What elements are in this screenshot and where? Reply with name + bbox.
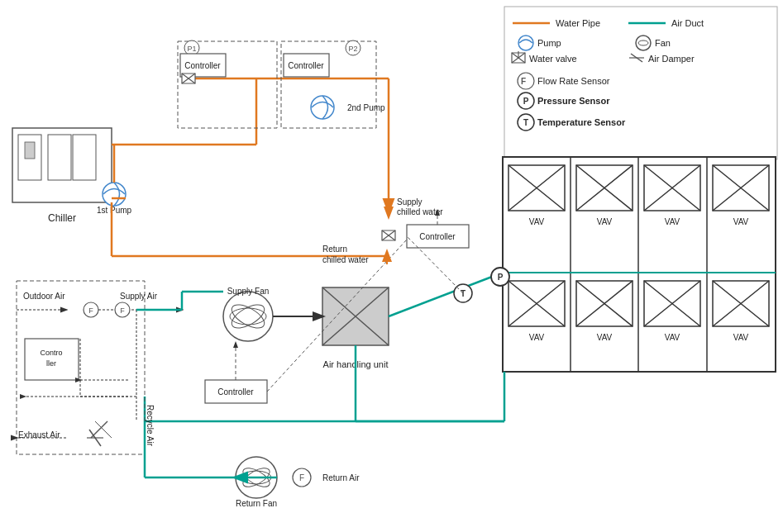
pump1-label: 1st Pump (97, 206, 132, 215)
ctrl4-label: Contro (40, 349, 62, 357)
svg-point-78 (223, 292, 273, 341)
vav5-label: VAV (529, 333, 545, 342)
legend-f-letter: F (521, 77, 526, 86)
legend-pump: Pump (537, 38, 561, 48)
vav7-label: VAV (665, 333, 680, 342)
legend-flowrate: Flow Rate Sensor (537, 76, 610, 86)
legend-damper: Air Damper (648, 54, 695, 64)
supply-fan-label: Supply Fan (227, 287, 270, 296)
legend-pressure: Pressure Sensor (537, 96, 610, 106)
supply-air-label: Supply Air (120, 292, 158, 301)
svg-line-99 (95, 421, 112, 438)
vav8-label: VAV (733, 333, 749, 342)
vav3-label: VAV (665, 217, 680, 226)
return-cw-label: Return (322, 245, 347, 254)
svg-rect-18 (48, 135, 71, 180)
chiller-label: Chiller (48, 212, 76, 224)
outdoor-air-label: Outdoor Air (23, 292, 65, 301)
return-air-label: Return Air (322, 473, 360, 482)
legend-airduct: Air Duct (671, 18, 704, 28)
supply-cw-label: Supply (397, 197, 423, 207)
vav2-label: VAV (597, 217, 613, 226)
ctrl1-label: Controller (184, 61, 221, 70)
svg-point-38 (311, 96, 334, 119)
f-sensor-outdoor: F (88, 306, 93, 315)
legend-t-letter: T (523, 118, 528, 127)
ctrl4b-label: ller (46, 359, 56, 368)
recycle-air-label: Recycle Air (146, 405, 155, 447)
svg-point-20 (103, 183, 126, 206)
legend-waterpipe: Water Pipe (556, 18, 600, 28)
pump2-label: 2nd Pump (347, 103, 385, 112)
return-cw-label2: chilled water (322, 255, 369, 264)
t-sensor: T (461, 289, 466, 298)
svg-point-3 (518, 36, 533, 50)
ctrl3-label: Controller (419, 232, 456, 241)
vav1-label: VAV (529, 217, 545, 226)
legend-p-letter: P (523, 97, 529, 106)
f-sensor-return: F (299, 473, 304, 482)
supply-cw-label2: chilled water (397, 207, 443, 216)
svg-text:P1: P1 (187, 45, 196, 53)
ctrl2-label: Controller (288, 61, 324, 70)
vav6-label: VAV (597, 333, 613, 342)
legend-valve: Water valve (529, 54, 577, 64)
legend-temp: Temperature Sensor (537, 117, 626, 127)
return-fan-label: Return Fan (236, 499, 277, 508)
ctrl-ahu-label: Controller (217, 387, 254, 397)
f-sensor-supply: F (120, 306, 125, 315)
legend-fan: Fan (655, 38, 671, 48)
svg-rect-17 (25, 142, 35, 159)
svg-rect-19 (73, 135, 96, 180)
svg-line-86 (389, 273, 503, 316)
p-sensor: P (498, 273, 504, 282)
vav4-label: VAV (733, 217, 749, 226)
svg-text:P2: P2 (348, 45, 357, 53)
diagram-container: Water Pipe Air Duct Pump Fan Water valve… (0, 0, 783, 532)
